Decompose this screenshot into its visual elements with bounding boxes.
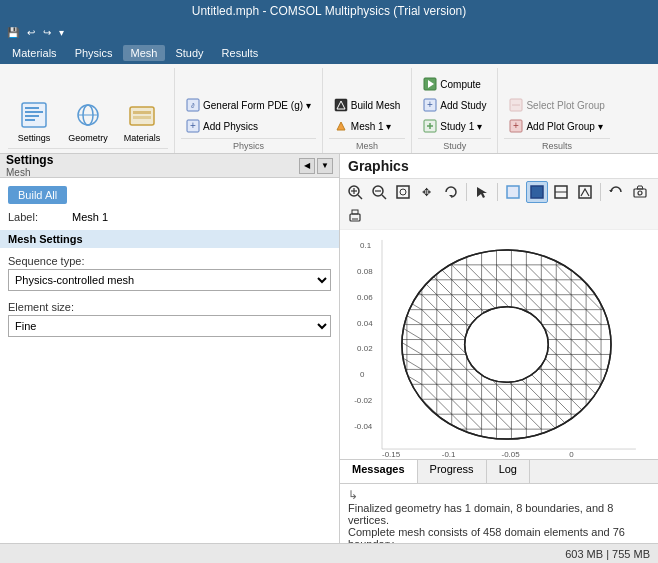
view-icon-2: [529, 184, 545, 200]
select-mode-button[interactable]: [471, 181, 493, 203]
add-study-icon: +: [423, 98, 437, 112]
zoom-in-button[interactable]: [344, 181, 366, 203]
pan-button[interactable]: ✥: [416, 181, 438, 203]
svg-text:+: +: [514, 120, 520, 131]
svg-marker-46: [609, 190, 613, 192]
svg-rect-3: [25, 115, 39, 117]
add-physics-button[interactable]: + Add Physics: [181, 116, 316, 136]
svg-point-37: [400, 189, 406, 195]
svg-rect-42: [531, 186, 543, 198]
svg-text:0.04: 0.04: [357, 319, 373, 328]
element-size-row: Element size: Extremely fine Extra fine …: [8, 298, 331, 340]
zoom-extents-icon: [395, 184, 411, 200]
view-btn-4[interactable]: [574, 181, 596, 203]
toolbar-sep-1: [466, 183, 467, 201]
select-plot-group-button[interactable]: Select Plot Group: [504, 95, 609, 115]
svg-text:✥: ✥: [422, 186, 431, 198]
left-panel: Settings Mesh ◀ ▼ Build All Label: Mesh …: [0, 154, 340, 543]
svg-line-96: [422, 265, 437, 280]
svg-line-95: [397, 265, 422, 280]
qa-redo[interactable]: ↪: [40, 26, 54, 39]
menu-study[interactable]: Study: [167, 45, 211, 61]
compute-label: Compute: [440, 79, 481, 90]
view-btn-3[interactable]: [550, 181, 572, 203]
svg-line-107: [586, 265, 601, 280]
compute-button[interactable]: Compute: [418, 74, 491, 94]
main-area: Settings Mesh ◀ ▼ Build All Label: Mesh …: [0, 154, 658, 543]
ribbon-results-content: Select Plot Group + Add Plot Group ▾: [504, 68, 609, 136]
physics-group-label: Physics: [181, 138, 316, 151]
build-mesh-button[interactable]: Build Mesh: [329, 95, 405, 115]
message-cursor: ↳: [348, 488, 650, 502]
select-mode-icon: [474, 184, 490, 200]
print-button[interactable]: [344, 205, 366, 227]
svg-text:+: +: [190, 120, 196, 131]
svg-rect-9: [133, 111, 151, 114]
build-all-button[interactable]: Build All: [8, 186, 67, 204]
add-plot-group-button[interactable]: + Add Plot Group ▾: [504, 116, 609, 136]
svg-line-224: [397, 414, 422, 429]
panel-pin-button[interactable]: ◀: [299, 158, 315, 174]
materials-icon: [126, 99, 158, 131]
panel-collapse-button[interactable]: ▼: [317, 158, 333, 174]
add-study-button[interactable]: + Add Study: [418, 95, 491, 115]
results-group-label: Results: [504, 138, 609, 151]
svg-text:-0.1: -0.1: [442, 450, 456, 459]
add-plot-icon: +: [509, 119, 523, 133]
study1-label: Study 1 ▾: [440, 121, 482, 132]
print-icon: [347, 208, 363, 224]
messages-tab[interactable]: Messages: [340, 460, 418, 483]
panel-subtitle: Mesh: [6, 167, 53, 178]
materials-group-label: [8, 148, 168, 151]
definitions-icon: [18, 99, 50, 131]
svg-rect-4: [25, 119, 35, 121]
svg-marker-17: [337, 122, 345, 130]
ribbon-mesh-content: Build Mesh Mesh 1 ▾: [329, 68, 405, 136]
zoom-extents-button[interactable]: [392, 181, 414, 203]
general-pde-button[interactable]: ∂ General Form PDE (g) ▾: [181, 95, 316, 115]
compute-icon: [423, 77, 437, 91]
label-row: Label: Mesh 1: [8, 208, 331, 226]
element-size-select[interactable]: Extremely fine Extra fine Finer Fine Nor…: [8, 315, 331, 337]
view-btn-2[interactable]: [526, 181, 548, 203]
svg-text:-0.04: -0.04: [354, 422, 373, 431]
graphics-title: Graphics: [340, 154, 658, 179]
rotate-button[interactable]: [440, 181, 462, 203]
mesh-col: Build Mesh Mesh 1 ▾: [329, 91, 405, 136]
mesh-settings-header: Mesh Settings: [0, 230, 339, 248]
definitions-button[interactable]: Settings: [8, 84, 60, 146]
panel-content: Build All Label: Mesh 1 Mesh Settings Se…: [0, 178, 339, 543]
panel-title: Settings: [6, 154, 53, 167]
svg-text:0: 0: [360, 370, 365, 379]
menu-results[interactable]: Results: [214, 45, 267, 61]
materials-button[interactable]: Materials: [116, 84, 168, 146]
log-tab[interactable]: Log: [487, 460, 530, 483]
mesh1-button[interactable]: Mesh 1 ▾: [329, 116, 405, 136]
geometry-icon: [72, 99, 104, 131]
qa-save[interactable]: 💾: [4, 26, 22, 39]
study1-button[interactable]: Study 1 ▾: [418, 116, 491, 136]
view-btn-1[interactable]: [502, 181, 524, 203]
mesh-group-label: Mesh: [329, 138, 405, 151]
qa-undo[interactable]: ↩: [24, 26, 38, 39]
progress-tab[interactable]: Progress: [418, 460, 487, 483]
label-field-label: Label:: [8, 211, 68, 223]
ribbon-group-materials: Settings Geometry: [2, 68, 175, 153]
general-pde-label: General Form PDE (g) ▾: [203, 100, 311, 111]
menu-materials[interactable]: Materials: [4, 45, 65, 61]
titlebar: Untitled.mph - COMSOL Multiphysics (Tria…: [0, 0, 658, 22]
menu-physics[interactable]: Physics: [67, 45, 121, 61]
ribbon-group-results: Select Plot Group + Add Plot Group ▾ Res…: [498, 68, 615, 153]
camera-icon: [632, 184, 648, 200]
panel-title-area: Settings Mesh: [6, 154, 53, 178]
mesh1-label: Mesh 1 ▾: [351, 121, 392, 132]
zoom-out-button[interactable]: [368, 181, 390, 203]
geometry-button[interactable]: Geometry: [62, 84, 114, 146]
sequence-type-select[interactable]: Physics-controlled mesh User-controlled …: [8, 269, 331, 291]
menu-mesh[interactable]: Mesh: [123, 45, 166, 61]
qa-dropdown[interactable]: ▾: [56, 26, 67, 39]
message-line-2: Complete mesh consists of 458 domain ele…: [348, 526, 650, 543]
camera-button[interactable]: [629, 181, 651, 203]
svg-marker-49: [637, 186, 643, 189]
undo-view-button[interactable]: [605, 181, 627, 203]
